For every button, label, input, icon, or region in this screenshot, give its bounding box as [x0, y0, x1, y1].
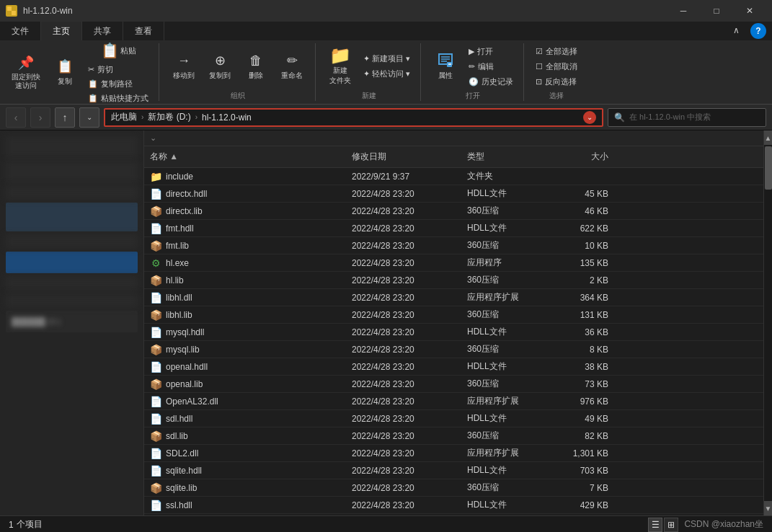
tab-file[interactable]: 文件: [0, 22, 41, 40]
pin-to-quick-access-button[interactable]: 📌 固定到快速访问: [6, 43, 46, 101]
table-row[interactable]: 📦 fmt.lib 2022/4/28 23:20 360压缩 10 KB: [144, 237, 763, 254]
table-row[interactable]: 📄 SDL2.dll 2022/4/28 23:20 应用程序扩展 1,301 …: [144, 445, 763, 462]
file-size: 2 KB: [548, 275, 620, 285]
paste-shortcut-button[interactable]: 📋 粘贴快捷方式: [84, 92, 153, 105]
deselect-all-button[interactable]: ☐ 全部取消: [531, 60, 582, 74]
rename-button[interactable]: ✏ 重命名: [275, 49, 309, 84]
file-type: HDLL文件: [461, 499, 548, 511]
scroll-down[interactable]: ▼: [764, 501, 772, 515]
table-row[interactable]: 📦 libhl.lib 2022/4/28 23:20 360压缩 131 KB: [144, 306, 763, 324]
back-button[interactable]: ‹: [6, 107, 26, 128]
file-type-icon: 📄: [150, 188, 161, 200]
organize-group-label: 组织: [231, 89, 245, 101]
scroll-up[interactable]: ▲: [764, 130, 772, 145]
list-view-button[interactable]: ☰: [648, 518, 662, 532]
help-button[interactable]: ?: [750, 23, 766, 39]
table-row[interactable]: 📄 libhl.dll 2022/4/28 23:20 应用程序扩展 364 K…: [144, 289, 763, 306]
file-date: 2022/4/28 23:20: [346, 189, 461, 199]
table-row[interactable]: 📄 OpenAL32.dll 2022/4/28 23:20 应用程序扩展 97…: [144, 393, 763, 410]
table-row[interactable]: 📄 fmt.hdll 2022/4/28 23:20 HDLL文件 622 KB: [144, 220, 763, 237]
select-all-button[interactable]: ☑ 全部选择: [531, 45, 582, 58]
history-button[interactable]: 🕐 历史记录: [464, 75, 518, 89]
invert-selection-button[interactable]: ⊡ 反向选择: [531, 75, 582, 89]
file-name: openal.hdll: [166, 362, 208, 372]
forward-icon: ›: [39, 112, 43, 123]
table-row[interactable]: 📄 ssl.hdll 2022/4/28 23:20 HDLL文件 429 KB: [144, 497, 763, 514]
address-bar[interactable]: 此电脑 › 新加卷 (D:) › hl-1.12.0-win ⌄: [104, 108, 603, 127]
copy-path-button[interactable]: 📋 复制路径: [84, 77, 153, 91]
table-row[interactable]: 📦 sdl.lib 2022/4/28 23:20 360压缩 82 KB: [144, 427, 763, 445]
invert-icon: ⊡: [536, 77, 542, 87]
new-item-button[interactable]: ✦ 新建项目 ▾: [359, 52, 414, 66]
forward-button[interactable]: ›: [30, 107, 50, 128]
table-row[interactable]: 📦 sqlite.lib 2022/4/28 23:20 360压缩 7 KB: [144, 479, 763, 497]
file-name: OpenAL32.dll: [166, 396, 218, 407]
move-to-button[interactable]: → 移动到: [167, 49, 201, 84]
file-list: ⌄ 名称 ▲ 修改日期 类型 大小 📁 include 2022/9/21 9:…: [144, 130, 763, 515]
properties-button[interactable]: 属性: [428, 49, 463, 84]
copy-button[interactable]: 📋 复制: [48, 43, 82, 101]
grid-view-button[interactable]: ⊞: [664, 518, 678, 532]
select-all-icon: ☑: [536, 47, 543, 56]
item-count-label: 个项目: [17, 518, 43, 531]
copy-to-button[interactable]: ⊕ 复制到: [203, 49, 237, 84]
maximize-button[interactable]: □: [700, 0, 733, 22]
file-date: 2022/4/28 23:20: [346, 431, 461, 441]
col-header-size[interactable]: 大小: [548, 149, 620, 164]
table-row[interactable]: 📄 directx.hdll 2022/4/28 23:20 HDLL文件 45…: [144, 185, 763, 203]
history-icon: 🕐: [469, 77, 479, 87]
tab-share[interactable]: 共享: [82, 22, 123, 40]
scroll-thumb[interactable]: [765, 146, 772, 190]
address-bar-search-icon[interactable]: ⌄: [583, 111, 596, 124]
file-name: sqlite.lib: [166, 483, 197, 493]
scrollbar[interactable]: ▲ ▼: [763, 130, 772, 515]
col-header-name[interactable]: 名称 ▲: [144, 149, 346, 164]
open-button[interactable]: ▶ 打开: [464, 45, 518, 58]
table-row[interactable]: 📄 sqlite.hdll 2022/4/28 23:20 HDLL文件 703…: [144, 462, 763, 479]
cut-button[interactable]: ✂ 剪切: [84, 63, 153, 76]
file-name: libhl.lib: [166, 310, 192, 320]
file-size: 38 KB: [548, 362, 620, 372]
table-row[interactable]: 📦 ssl.lib 2022/4/28 23:20 360压缩 16 KB: [144, 514, 763, 515]
file-name: sdl.hdll: [166, 414, 192, 424]
ribbon-expand-icon[interactable]: ∧: [733, 25, 745, 37]
file-type-icon: 📄: [150, 361, 161, 373]
paste-group: 📋 粘贴 ✂ 剪切 📋 复制路径 📋 粘贴快捷方式: [84, 43, 153, 101]
sidebar-blurred-label: ██████ (D:): [6, 311, 138, 332]
file-name-cell: 📄 sdl.hdll: [144, 413, 346, 425]
table-row[interactable]: ⚙ hl.exe 2022/4/28 23:20 应用程序 135 KB: [144, 254, 763, 272]
sidebar: ██████ (D:): [0, 130, 144, 515]
close-button[interactable]: ✕: [733, 0, 766, 22]
file-size: 45 KB: [548, 189, 620, 199]
window-title: hl-1.12.0-win: [23, 6, 667, 16]
file-type-icon: 📦: [150, 430, 161, 442]
new-folder-button[interactable]: 📁 新建文件夹: [323, 44, 358, 89]
table-row[interactable]: 📄 sdl.hdll 2022/4/28 23:20 HDLL文件 49 KB: [144, 410, 763, 427]
up-button[interactable]: ↑: [55, 107, 75, 128]
file-rows-container: 📁 include 2022/9/21 9:37 文件夹 📄 directx.h…: [144, 168, 763, 515]
sep1: ›: [141, 113, 143, 121]
table-row[interactable]: 📄 openal.hdll 2022/4/28 23:20 HDLL文件 38 …: [144, 358, 763, 376]
file-name: directx.lib: [166, 206, 203, 216]
search-icon: 🔍: [614, 112, 625, 123]
table-row[interactable]: 📦 openal.lib 2022/4/28 23:20 360压缩 73 KB: [144, 376, 763, 393]
col-header-type[interactable]: 类型: [461, 149, 548, 164]
delete-button[interactable]: 🗑 删除: [239, 49, 273, 84]
table-row[interactable]: 📦 mysql.lib 2022/4/28 23:20 360压缩 8 KB: [144, 341, 763, 358]
expand-button[interactable]: ⌄: [79, 107, 99, 128]
table-row[interactable]: 📁 include 2022/9/21 9:37 文件夹: [144, 168, 763, 185]
table-row[interactable]: 📦 hl.lib 2022/4/28 23:20 360压缩 2 KB: [144, 272, 763, 289]
paste-button[interactable]: 📋 粘贴: [84, 39, 153, 62]
easy-access-button[interactable]: ✦ 轻松访问 ▾: [359, 67, 414, 81]
table-row[interactable]: 📦 directx.lib 2022/4/28 23:20 360压缩 46 K…: [144, 203, 763, 220]
sidebar-active-item[interactable]: [6, 252, 138, 273]
file-type: 360压缩: [461, 430, 548, 442]
table-row[interactable]: 📄 mysql.hdll 2022/4/28 23:20 HDLL文件 36 K…: [144, 324, 763, 341]
col-header-date[interactable]: 修改日期: [346, 149, 461, 164]
tab-view[interactable]: 查看: [123, 22, 164, 40]
scroll-track[interactable]: [764, 145, 772, 501]
tab-home[interactable]: 主页: [41, 22, 82, 40]
edit-button[interactable]: ✏ 编辑: [464, 60, 518, 74]
search-box[interactable]: 🔍 在 hl-1.12.0-win 中搜索: [608, 108, 766, 127]
minimize-button[interactable]: ─: [667, 0, 700, 22]
